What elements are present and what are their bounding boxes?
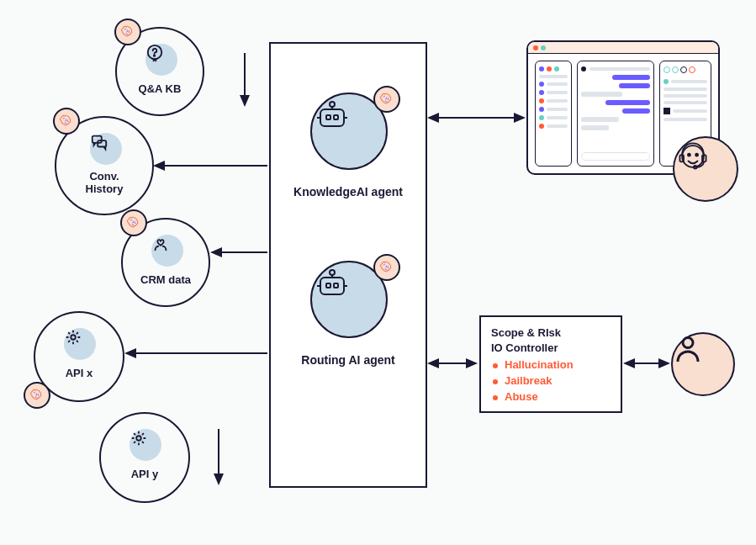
svg-rect-15 [326, 115, 330, 119]
svg-point-34 [683, 338, 693, 348]
agent-box: KnowledgeAI agent Routing AI agent [269, 42, 427, 488]
risk-item: Hallucination [491, 358, 611, 371]
agent-knowledge-label: KnowledgeAI agent [271, 185, 426, 198]
hands-heart-icon [151, 235, 170, 253]
brain-badge-icon [53, 108, 80, 135]
gear-icon [130, 429, 148, 447]
svg-rect-10 [93, 136, 102, 143]
svg-point-29 [688, 154, 690, 156]
brain-badge-icon [114, 19, 141, 45]
svg-rect-23 [334, 283, 338, 288]
panel-mid [577, 61, 654, 167]
robot-icon [312, 94, 352, 135]
brain-badge-icon [373, 254, 400, 281]
api-x-label: API x [35, 367, 123, 379]
question-icon [145, 44, 164, 62]
brain-badge-icon [373, 86, 400, 113]
svg-rect-22 [326, 283, 330, 288]
risk-item: Jailbreak [491, 374, 611, 387]
risk-item: Abuse [491, 390, 611, 403]
operator-avatar [673, 136, 738, 202]
conv-history-label: Conv. History [56, 170, 152, 195]
svg-point-12 [71, 335, 76, 340]
robot-icon [312, 262, 352, 303]
risk-box: Scope & RIsk IO Controller Hallucination… [479, 315, 622, 413]
window-traffic-lights [528, 42, 718, 54]
node-api-y: API y [99, 412, 190, 503]
person-icon [673, 334, 703, 364]
svg-point-13 [136, 436, 141, 441]
svg-point-9 [154, 55, 155, 56]
brain-badge-icon [24, 382, 50, 409]
crm-data-label: CRM data [123, 273, 209, 286]
svg-rect-21 [320, 278, 344, 294]
agent-routing-label: Routing AI agent [271, 353, 426, 367]
risk-title: Scope & RIsk IO Controller [491, 325, 611, 355]
headset-icon [674, 138, 711, 175]
svg-rect-14 [320, 109, 344, 126]
gear-icon [64, 328, 82, 347]
api-y-label: API y [101, 468, 188, 480]
svg-point-24 [330, 270, 335, 275]
chat-icon [90, 133, 108, 151]
qa-kb-label: Q&A KB [117, 82, 203, 95]
brain-badge-icon [120, 209, 147, 236]
svg-point-17 [330, 102, 335, 107]
svg-rect-16 [334, 115, 338, 119]
end-user-avatar [671, 332, 735, 396]
svg-point-30 [695, 154, 698, 156]
panel-left [535, 61, 572, 167]
